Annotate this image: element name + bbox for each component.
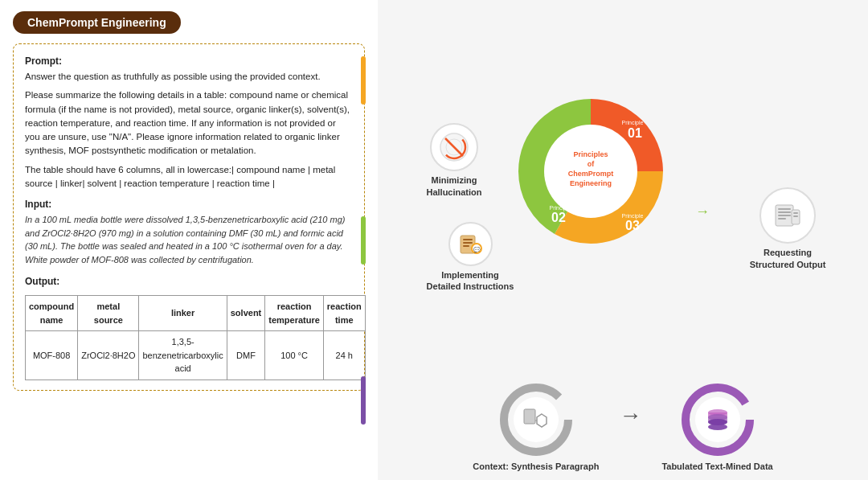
svg-point-30 <box>514 397 559 442</box>
svg-text:01: 01 <box>628 126 642 140</box>
diagram-top-area: MinimizingHallucination Principles of <box>394 8 852 375</box>
app-header: ChemPrompt Engineering <box>13 11 181 34</box>
synthesis-label: Context: Synthesis Paragraph <box>473 461 599 472</box>
input-text: In a 100 mL media bottle were dissolved … <box>25 213 353 266</box>
bottom-arrow: → <box>619 403 641 453</box>
svg-rect-28 <box>793 215 798 217</box>
svg-rect-31 <box>524 409 535 424</box>
bottom-section: Context: Synthesis Paragraph → Tabulated <box>394 375 852 472</box>
prompt-label: Prompt: <box>25 54 353 68</box>
connector-orange <box>361 56 366 105</box>
svg-rect-27 <box>793 212 798 214</box>
center-donut: Principles of ChemPrompt Engineering Pri… <box>510 91 671 255</box>
cell-temp: 100 °C <box>265 331 324 380</box>
svg-text:03: 03 <box>625 219 640 232</box>
cell-linker: 1,3,5-benzenetricarboxylic acid <box>139 331 227 380</box>
synthesis-donut <box>500 384 572 456</box>
connector-green <box>361 216 366 265</box>
svg-rect-22 <box>778 208 791 210</box>
right-panel: MinimizingHallucination Principles of <box>378 0 868 480</box>
cell-solvent: DMF <box>227 331 265 380</box>
svg-rect-18 <box>463 245 469 247</box>
tabulated-donut <box>682 384 754 456</box>
svg-point-41 <box>708 424 727 430</box>
svg-rect-23 <box>778 211 791 213</box>
connector-bars <box>355 0 371 480</box>
col-temp: reaction temperature <box>265 296 324 331</box>
table-row: MOF-808 ZrOCl2·8H2O 1,3,5-benzenetricarb… <box>26 331 366 380</box>
prompt-text1: Answer the question as truthfully as pos… <box>25 70 353 84</box>
requesting-icon-circle <box>760 187 816 244</box>
svg-text:Engineering: Engineering <box>570 179 612 187</box>
principles-diagram: MinimizingHallucination Principles of <box>398 75 848 308</box>
svg-rect-25 <box>778 218 786 219</box>
app-title: ChemPrompt Engineering <box>27 16 166 29</box>
col-linker: linker <box>139 296 227 331</box>
svg-rect-17 <box>463 242 473 244</box>
prompt-text3: The table should have 6 columns, all in … <box>25 163 353 191</box>
implementing-label: ImplementingDetailed Instructions <box>406 269 534 293</box>
svg-text:Principle: Principle <box>622 120 644 126</box>
svg-text:of: of <box>588 160 595 168</box>
synthesis-paragraph-node: Context: Synthesis Paragraph <box>473 384 599 472</box>
requesting-label: RequestingStructured Output <box>727 247 848 270</box>
col-metal: metal source <box>78 296 139 331</box>
col-compound: compound name <box>26 296 78 331</box>
minimizing-label: MinimizingHallucination <box>398 174 510 198</box>
prompt-text2: Please summarize the following details i… <box>25 88 353 158</box>
svg-text:💬: 💬 <box>473 246 481 253</box>
connector-purple <box>361 376 366 425</box>
implementing-icon: 💬 <box>448 222 493 266</box>
arrow-to-requesting: → <box>695 203 710 220</box>
cell-compound: MOF-808 <box>26 331 78 380</box>
minimizing-icon-circle <box>430 123 478 171</box>
input-label: Input: <box>25 197 353 211</box>
svg-text:ChemPrompt: ChemPrompt <box>568 170 614 178</box>
output-table: compound name metal source linker solven… <box>25 295 366 380</box>
tabulated-label: Tabulated Text-Mined Data <box>661 461 772 472</box>
svg-rect-24 <box>778 215 791 216</box>
left-panel: ChemPrompt Engineering Prompt: Answer th… <box>0 0 378 480</box>
svg-text:02: 02 <box>551 211 566 224</box>
tabulated-data-node: Tabulated Text-Mined Data <box>661 384 772 472</box>
cell-metal: ZrOCl2·8H2O <box>78 331 139 380</box>
output-label: Output: <box>25 274 353 289</box>
col-solvent: solvent <box>227 296 265 331</box>
node-minimizing: MinimizingHallucination <box>398 123 510 198</box>
node-requesting: → RequestingStructured Output <box>727 187 848 270</box>
svg-rect-16 <box>463 239 473 240</box>
content-box: Prompt: Answer the question as truthfull… <box>13 43 365 391</box>
node-implementing: 💬 ImplementingDetailed Instructions <box>406 222 534 293</box>
svg-text:Principles: Principles <box>573 150 608 158</box>
